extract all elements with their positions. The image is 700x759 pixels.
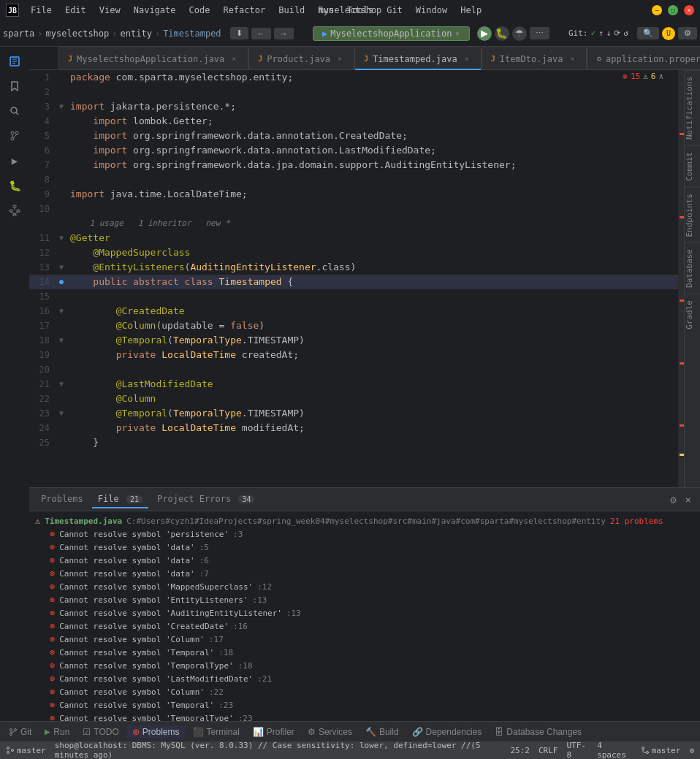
run-button[interactable]: ▶ — [477, 26, 492, 41]
tool-services-button[interactable]: ⚙ Services — [302, 725, 358, 739]
menu-refactor[interactable]: Refactor — [217, 4, 271, 17]
git-push-icon[interactable]: ↑ — [598, 28, 604, 38]
git-checkmark1-icon[interactable]: ✓ — [591, 28, 596, 38]
problem-item[interactable]: ⊗ Cannot resolve symbol 'MappedSuperclas… — [29, 580, 700, 593]
problem-item[interactable]: ⊗ Cannot resolve symbol 'data' :5 — [29, 541, 700, 554]
problem-item[interactable]: ⊗ Cannot resolve symbol 'Column' :17 — [29, 633, 700, 646]
menu-build[interactable]: Build — [273, 4, 311, 17]
tool-git-button[interactable]: Git — [3, 725, 37, 739]
problem-item[interactable]: ⊗ Cannot resolve symbol 'EntityListeners… — [29, 593, 700, 606]
problem-item[interactable]: ⊗ Cannot resolve symbol 'data' :7 — [29, 567, 700, 580]
menu-code[interactable]: Code — [183, 4, 216, 17]
settings-button[interactable]: ⚙ — [678, 27, 697, 39]
sidebar-icon-debug[interactable]: 🐛 — [3, 174, 26, 197]
status-branch-badge[interactable]: master — [641, 746, 681, 755]
tab-close-icon[interactable]: × — [462, 54, 472, 64]
maximize-button[interactable]: □ — [668, 5, 678, 15]
tool-database-changes-button[interactable]: 🗄 Database Changes — [489, 725, 587, 739]
status-db-info[interactable]: shop@localhost: DBMS: MySQL (ver. 8.0.33… — [55, 741, 493, 759]
panel-notifications[interactable]: Notifications — [685, 70, 700, 145]
problems-close-icon[interactable]: × — [682, 492, 694, 507]
fold-icon[interactable]: ▼ — [59, 231, 64, 245]
tab-problems[interactable]: Problems — [35, 491, 89, 508]
tool-terminal-button[interactable]: ⬛ Terminal — [187, 725, 246, 739]
expand-icon[interactable]: ∧ — [658, 72, 663, 81]
run-config-dropdown[interactable]: ▶ MyselectshopApplication ▾ — [313, 26, 470, 41]
menu-file[interactable]: File — [25, 4, 58, 17]
menu-navigate[interactable]: Navigate — [128, 4, 182, 17]
status-encoding[interactable]: UTF-8 — [566, 741, 588, 759]
tab-product[interactable]: J Product.java × — [248, 47, 354, 69]
panel-database[interactable]: Database — [685, 243, 700, 294]
status-git[interactable]: master — [6, 746, 46, 755]
vcs-update-button[interactable]: ⬇ — [230, 27, 248, 39]
breadcrumb-sparta[interactable]: sparta — [3, 28, 34, 39]
tab-myselectshop-app[interactable]: J MyselectshopApplication.java × — [58, 47, 248, 69]
problem-item[interactable]: ⊗ Cannot resolve symbol 'TemporalType' :… — [29, 712, 700, 721]
tool-build-button[interactable]: 🔨 Build — [359, 725, 405, 739]
panel-gradle[interactable]: Gradle — [685, 294, 700, 335]
status-indent[interactable]: 4 spaces — [597, 741, 632, 759]
problem-item[interactable]: ⊗ Cannot resolve symbol 'data' :6 — [29, 554, 700, 567]
panel-commit[interactable]: Commit — [685, 145, 700, 187]
fold-icon[interactable]: ▼ — [59, 377, 64, 392]
coverage-button[interactable]: ☂ — [512, 26, 527, 41]
menu-edit[interactable]: Edit — [59, 4, 92, 17]
tool-profiler-button[interactable]: 📊 Profiler — [247, 725, 300, 739]
git-fetch-icon[interactable]: ⟳ — [614, 28, 620, 38]
problem-item[interactable]: ⊗ Cannot resolve symbol 'AuditingEntityL… — [29, 606, 700, 619]
tool-run-button[interactable]: ▶ Run — [39, 725, 75, 739]
tool-problems-button[interactable]: ⊗ Problems — [126, 725, 186, 739]
menu-view[interactable]: View — [94, 4, 126, 17]
user-avatar[interactable]: U — [662, 27, 675, 40]
code-editor[interactable]: ⊗ 15 ⚠ 6 ∧ 1 package com.sparta.myselect… — [29, 70, 684, 487]
tool-todo-button[interactable]: ☑ TODO — [77, 725, 124, 739]
fold-icon[interactable]: ▼ — [59, 99, 64, 114]
problem-item[interactable]: ⊗ Cannot resolve symbol 'CreatedDate' :1… — [29, 619, 700, 633]
problem-item[interactable]: ⊗ Cannot resolve symbol 'Temporal' :18 — [29, 646, 700, 659]
tab-close-icon[interactable]: × — [567, 54, 577, 64]
minimize-button[interactable]: − — [652, 5, 662, 15]
status-line-ending[interactable]: CRLF — [539, 746, 558, 755]
problems-settings-icon[interactable]: ⚙ — [667, 492, 679, 507]
tab-close-icon[interactable]: × — [229, 54, 239, 64]
breadcrumb-timestamped[interactable]: Timestamped — [163, 28, 221, 39]
fold-icon[interactable]: ▼ — [59, 333, 64, 348]
problem-item[interactable]: ⊗ Cannot resolve symbol 'LastModifiedDat… — [29, 672, 700, 685]
tab-app-properties[interactable]: ⚙ application.properties × — [587, 47, 700, 69]
problem-item[interactable]: ⊗ Cannot resolve symbol 'Column' :22 — [29, 685, 700, 698]
breadcrumb-myselectshop[interactable]: myselectshop — [46, 28, 110, 39]
menu-help[interactable]: Help — [454, 4, 487, 17]
sidebar-icon-project[interactable] — [3, 50, 26, 73]
status-position[interactable]: 25:2 — [510, 746, 530, 755]
navigate-back-button[interactable]: ← — [251, 28, 271, 39]
problem-item[interactable]: ⊗ Cannot resolve symbol 'persistence' :3 — [29, 527, 700, 541]
panel-endpoints[interactable]: Endpoints — [685, 187, 700, 243]
git-history-icon[interactable]: ↺ — [623, 28, 628, 38]
tool-dependencies-button[interactable]: 🔗 Dependencies — [406, 725, 488, 739]
sidebar-icon-find[interactable] — [3, 99, 26, 123]
tab-itemdto[interactable]: J ItemDto.java × — [482, 47, 587, 69]
fold-icon[interactable]: ▼ — [59, 260, 64, 275]
problem-item[interactable]: ⊗ Cannot resolve symbol 'TemporalType' :… — [29, 659, 700, 672]
debug-button[interactable]: 🐛 — [495, 26, 509, 41]
problem-item[interactable]: ⊗ Cannot resolve symbol 'Temporal' :23 — [29, 698, 700, 712]
git-pull-icon[interactable]: ↓ — [606, 28, 612, 38]
menu-window[interactable]: Window — [410, 4, 453, 17]
fold-icon[interactable]: ▼ — [59, 406, 64, 421]
sidebar-icon-vcs[interactable] — [3, 124, 26, 148]
more-run-button[interactable]: ⋯ — [530, 27, 549, 39]
tab-file[interactable]: File 21 — [92, 491, 148, 508]
fold-icon[interactable]: ▼ — [59, 304, 64, 319]
close-button[interactable]: × — [684, 5, 694, 15]
sidebar-icon-run[interactable]: ▶ — [3, 149, 26, 172]
tab-close-icon[interactable]: × — [335, 54, 345, 64]
breadcrumb-entity[interactable]: entity — [121, 28, 152, 39]
tab-timestamped[interactable]: J Timestamped.java × — [354, 47, 482, 69]
status-warning-icon[interactable]: ⚙ — [689, 746, 694, 755]
search-button[interactable]: 🔍 — [637, 27, 659, 39]
tab-project-errors[interactable]: Project Errors 34 — [151, 491, 260, 508]
menu-git[interactable]: Git — [381, 4, 408, 17]
navigate-forward-button[interactable]: → — [274, 28, 294, 39]
sidebar-icon-structure[interactable] — [3, 199, 26, 222]
